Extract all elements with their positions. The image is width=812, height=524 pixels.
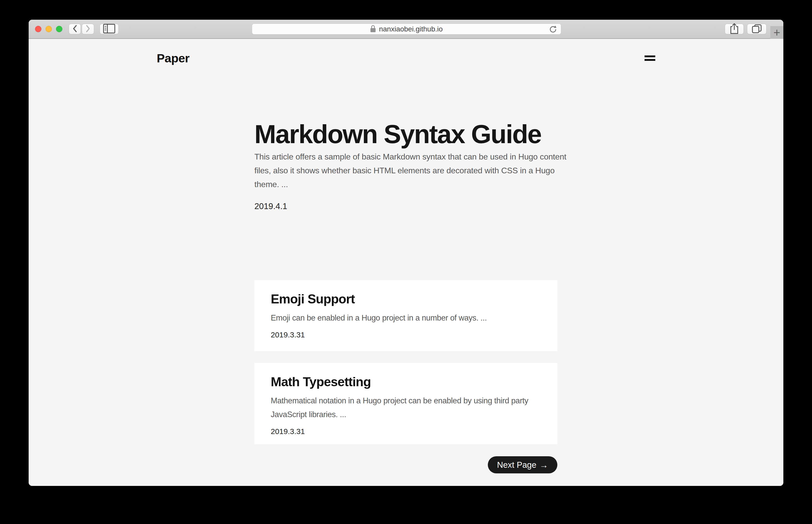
- chevron-left-icon: [72, 25, 78, 33]
- tabs-overview-icon: [752, 24, 762, 34]
- refresh-icon[interactable]: [549, 26, 557, 34]
- address-bar[interactable]: nanxiaobei.github.io: [252, 23, 561, 34]
- sidebar-toggle-button[interactable]: [100, 24, 119, 34]
- post-card[interactable]: Emoji Support Emoji can be enabled in a …: [255, 280, 557, 351]
- share-button[interactable]: [725, 24, 744, 34]
- show-tabs-button[interactable]: [747, 24, 766, 34]
- post-excerpt: Emoji can be enabled in a Hugo project i…: [271, 311, 551, 325]
- post-title[interactable]: Math Typesetting: [271, 375, 551, 389]
- featured-post-title[interactable]: Markdown Syntax Guide: [255, 121, 541, 148]
- arrow-right-icon: →: [539, 461, 548, 469]
- share-icon: [730, 23, 738, 35]
- url-text: nanxiaobei.github.io: [379, 25, 442, 33]
- browser-window: nanxiaobei.github.io: [29, 20, 783, 486]
- post-excerpt: Mathematical notation in a Hugo project …: [271, 394, 551, 422]
- featured-post-date: 2019.4.1: [255, 201, 287, 211]
- forward-button[interactable]: [82, 24, 94, 34]
- back-button[interactable]: [69, 24, 81, 34]
- featured-post-excerpt: This article offers a sample of basic Ma…: [255, 150, 569, 191]
- chevron-right-icon: [85, 25, 91, 33]
- minimize-window-button[interactable]: [46, 26, 52, 32]
- new-tab-button[interactable]: +: [770, 26, 783, 39]
- menu-icon: [645, 59, 655, 61]
- next-page-button[interactable]: Next Page →: [488, 456, 557, 473]
- site-logo[interactable]: Paper: [157, 51, 190, 65]
- sidebar-icon: [103, 24, 115, 34]
- lock-icon: [370, 25, 376, 33]
- zoom-window-button[interactable]: [56, 26, 62, 32]
- post-date: 2019.3.31: [271, 330, 551, 339]
- menu-icon: [645, 55, 655, 57]
- post-card[interactable]: Math Typesetting Mathematical notation i…: [255, 363, 557, 444]
- webpage-viewport: Paper Markdown Syntax Guide This article…: [29, 39, 783, 486]
- main-content: Markdown Syntax Guide This article offer…: [255, 39, 557, 486]
- menu-button[interactable]: [644, 54, 656, 62]
- post-date: 2019.3.31: [271, 427, 551, 436]
- plus-icon: +: [774, 27, 780, 38]
- close-window-button[interactable]: [35, 26, 42, 32]
- next-page-label: Next Page: [497, 460, 536, 470]
- browser-toolbar: nanxiaobei.github.io: [29, 20, 783, 39]
- post-title[interactable]: Emoji Support: [271, 292, 551, 307]
